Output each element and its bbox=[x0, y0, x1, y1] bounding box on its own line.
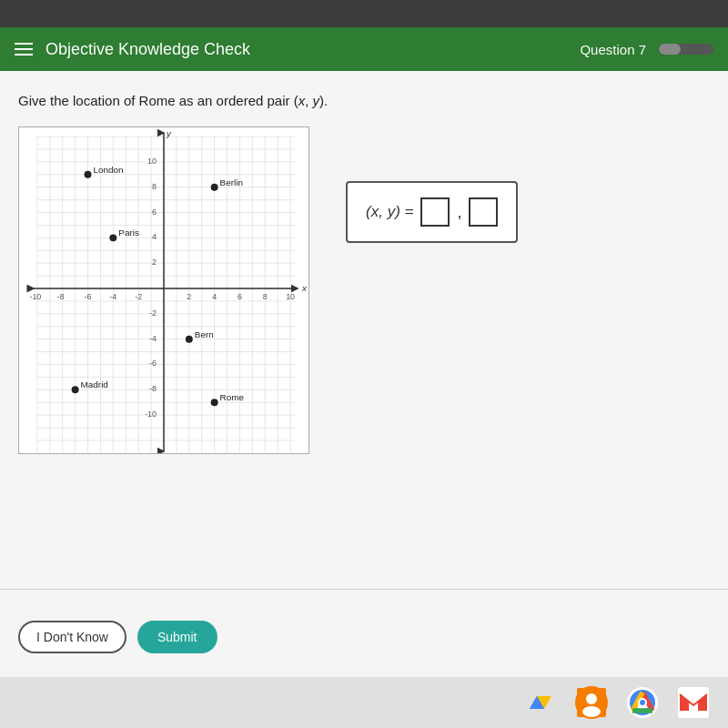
browser-bar bbox=[0, 0, 728, 27]
svg-text:-8: -8 bbox=[57, 292, 65, 301]
buttons-row: I Don't Know Submit bbox=[18, 621, 217, 653]
comma-separator: , bbox=[457, 203, 461, 222]
svg-text:4: 4 bbox=[152, 232, 157, 241]
svg-text:Berlin: Berlin bbox=[220, 177, 243, 187]
svg-text:10: 10 bbox=[286, 292, 295, 301]
gmail-icon[interactable] bbox=[677, 686, 710, 719]
question-text: Give the location of Rome as an ordered … bbox=[18, 93, 710, 108]
progress-bar-fill bbox=[659, 44, 681, 55]
svg-point-72 bbox=[211, 184, 218, 191]
divider bbox=[0, 589, 728, 590]
svg-text:2: 2 bbox=[152, 258, 157, 267]
answer-box: (x, y) = , bbox=[346, 181, 518, 243]
header-right: Question 7 bbox=[580, 42, 713, 57]
answer-prefix: (x, y) = bbox=[366, 203, 413, 221]
grid-svg: -6 -4 -2 2 4 6 8 10 -8 -10 10 8 6 4 2 -2… bbox=[19, 127, 308, 453]
svg-text:Rome: Rome bbox=[220, 392, 245, 402]
svg-point-87 bbox=[586, 693, 597, 704]
svg-text:6: 6 bbox=[152, 207, 157, 217]
svg-point-76 bbox=[186, 336, 193, 343]
svg-text:Paris: Paris bbox=[118, 228, 139, 238]
svg-text:-4: -4 bbox=[149, 334, 157, 343]
svg-text:-2: -2 bbox=[149, 308, 157, 318]
google-drive-icon[interactable] bbox=[524, 686, 557, 719]
progress-bar bbox=[659, 44, 713, 55]
y-input[interactable] bbox=[469, 197, 498, 227]
chrome-icon[interactable] bbox=[626, 686, 659, 719]
svg-point-88 bbox=[582, 706, 601, 717]
svg-text:-8: -8 bbox=[149, 384, 157, 393]
svg-text:2: 2 bbox=[187, 292, 191, 301]
answer-inputs: , bbox=[420, 197, 498, 227]
svg-point-78 bbox=[72, 386, 79, 393]
submit-button[interactable]: Submit bbox=[137, 621, 217, 653]
header-left: Objective Knowledge Check bbox=[15, 40, 250, 59]
svg-text:-2: -2 bbox=[135, 292, 142, 301]
coordinate-grid: -6 -4 -2 2 4 6 8 10 -8 -10 10 8 6 4 2 -2… bbox=[18, 126, 309, 454]
header-title: Objective Knowledge Check bbox=[46, 40, 250, 59]
svg-text:6: 6 bbox=[238, 292, 242, 301]
app-header: Objective Knowledge Check Question 7 bbox=[0, 27, 728, 71]
svg-text:8: 8 bbox=[152, 182, 157, 191]
svg-text:-6: -6 bbox=[149, 359, 157, 368]
x-input[interactable] bbox=[420, 197, 450, 227]
svg-text:Madrid: Madrid bbox=[81, 379, 108, 389]
taskbar bbox=[0, 677, 728, 728]
content-row: -6 -4 -2 2 4 6 8 10 -8 -10 10 8 6 4 2 -2… bbox=[18, 126, 710, 454]
svg-text:-4: -4 bbox=[109, 292, 116, 301]
svg-point-80 bbox=[211, 399, 218, 406]
svg-text:-10: -10 bbox=[29, 292, 41, 301]
svg-text:London: London bbox=[93, 165, 123, 175]
question-label: Question 7 bbox=[580, 42, 646, 57]
svg-point-70 bbox=[85, 171, 92, 178]
svg-point-93 bbox=[640, 700, 645, 705]
svg-text:8: 8 bbox=[263, 292, 268, 301]
svg-text:x: x bbox=[301, 283, 308, 293]
svg-point-74 bbox=[109, 234, 116, 241]
svg-text:y: y bbox=[166, 128, 172, 138]
dont-know-button[interactable]: I Don't Know bbox=[18, 621, 126, 653]
svg-text:-6: -6 bbox=[85, 292, 92, 301]
svg-text:Bern: Bern bbox=[195, 329, 214, 339]
svg-text:4: 4 bbox=[212, 292, 217, 301]
main-content: Give the location of Rome as an ordered … bbox=[0, 71, 728, 690]
svg-text:10: 10 bbox=[147, 157, 157, 166]
google-people-icon[interactable] bbox=[575, 686, 608, 719]
menu-icon[interactable] bbox=[15, 43, 33, 56]
svg-text:-10: -10 bbox=[145, 410, 157, 419]
